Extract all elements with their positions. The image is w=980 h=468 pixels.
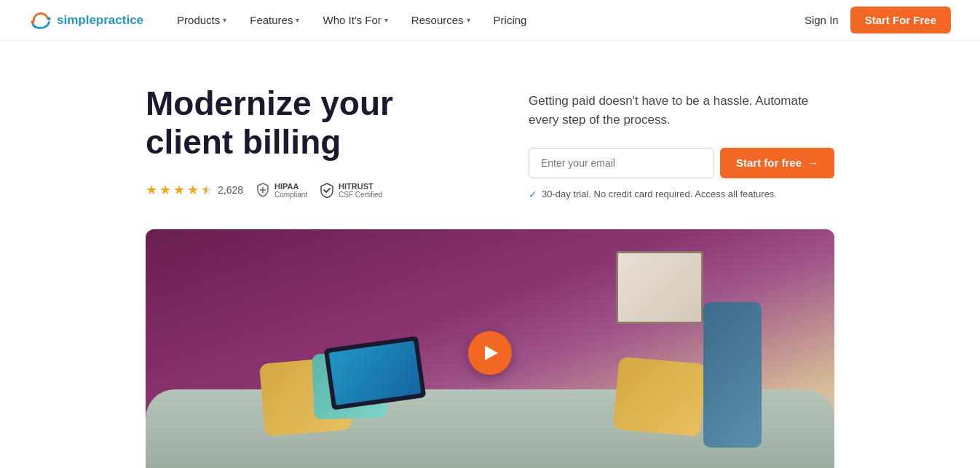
- video-container[interactable]: [146, 229, 834, 468]
- check-icon: ✓: [529, 189, 537, 200]
- chevron-down-icon: ▾: [296, 16, 299, 24]
- video-wall-art: [616, 251, 703, 324]
- hero-description: Getting paid doesn't have to be a hassle…: [529, 92, 834, 130]
- svg-point-0: [31, 20, 34, 24]
- chevron-down-icon: ▾: [467, 16, 470, 24]
- svg-point-1: [47, 17, 51, 20]
- star-4: ★: [187, 182, 199, 198]
- hipaa-icon: [255, 182, 271, 198]
- star-2: ★: [159, 182, 171, 198]
- hitrust-badge: HITRUST CSF Certified: [319, 182, 382, 199]
- star-3: ★: [173, 182, 185, 198]
- logo[interactable]: simplepractice: [29, 10, 143, 31]
- video-section: [0, 229, 980, 468]
- star-1: ★: [146, 182, 157, 198]
- arrow-right-icon: →: [807, 156, 818, 169]
- email-input[interactable]: [529, 148, 714, 178]
- star-rating: ★ ★ ★ ★ ★ ★ 2,628: [146, 182, 243, 198]
- trial-note: ✓ 30-day trial. No credit card required.…: [529, 189, 834, 200]
- start-free-hero-button[interactable]: Start for free →: [720, 148, 834, 178]
- hero-badges: ★ ★ ★ ★ ★ ★ 2,628 HIPAA Comp: [146, 182, 470, 199]
- hipaa-badge: HIPAA Compliant: [255, 182, 307, 199]
- hero-title: Modernize your client billing: [146, 84, 470, 162]
- nav-item-pricing[interactable]: Pricing: [483, 8, 537, 32]
- video-play-button[interactable]: [468, 331, 512, 375]
- hero-right: Getting paid doesn't have to be a hassle…: [529, 84, 834, 200]
- nav-item-products[interactable]: Products ▾: [167, 8, 237, 32]
- chevron-down-icon: ▾: [384, 16, 388, 24]
- email-form: Start for free →: [529, 148, 834, 178]
- nav-item-who-its-for[interactable]: Who It's For ▾: [312, 8, 398, 32]
- video-scene: [146, 229, 834, 468]
- logo-text: simplepractice: [57, 13, 143, 28]
- star-5-half: ★ ★: [201, 182, 213, 198]
- play-icon: [485, 346, 498, 360]
- navigation: simplepractice Products ▾ Features ▾ Who…: [0, 0, 980, 41]
- start-for-free-button[interactable]: Start For Free: [850, 7, 951, 33]
- video-laptop: [324, 336, 427, 410]
- video-pillow-right: [613, 357, 706, 437]
- video-pillow-blue: [703, 302, 762, 448]
- nav-right: Sign In Start For Free: [805, 7, 951, 33]
- review-count: 2,628: [218, 184, 243, 196]
- chevron-down-icon: ▾: [223, 16, 226, 24]
- sign-in-link[interactable]: Sign In: [805, 14, 839, 26]
- hero-section: Modernize your client billing ★ ★ ★ ★ ★ …: [0, 41, 980, 229]
- nav-item-resources[interactable]: Resources ▾: [401, 8, 481, 32]
- hitrust-icon: [319, 182, 335, 198]
- nav-item-features[interactable]: Features ▾: [240, 8, 309, 32]
- hero-left: Modernize your client billing ★ ★ ★ ★ ★ …: [146, 84, 470, 199]
- nav-links: Products ▾ Features ▾ Who It's For ▾ Res…: [167, 8, 805, 32]
